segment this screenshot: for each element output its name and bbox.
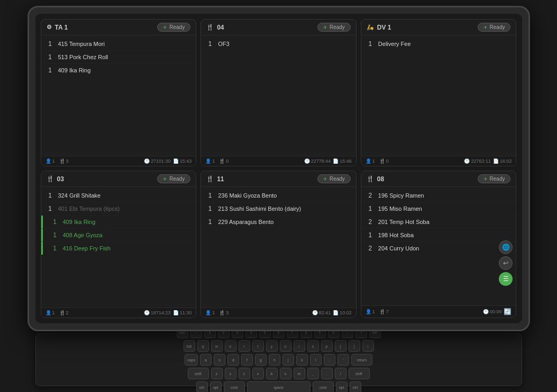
key-;[interactable]: ;: [324, 354, 335, 366]
key-\[interactable]: \: [362, 340, 374, 352]
ready-button-ta1[interactable]: ✈Ready: [157, 23, 190, 32]
send-icon-dv1: ✈: [483, 25, 488, 30]
key-p[interactable]: p: [321, 340, 333, 352]
key-r[interactable]: r: [239, 340, 250, 352]
item-qty-ta1-0: 1: [47, 40, 54, 48]
key-shift[interactable]: shift: [188, 368, 209, 379]
key-opt[interactable]: opt: [336, 381, 348, 392]
item-name-t11-1: 213 Sushi Sashimi Bento (dairy): [218, 206, 351, 212]
key-y[interactable]: y: [266, 340, 278, 352]
key-f[interactable]: f: [241, 354, 253, 366]
key-q[interactable]: q: [197, 340, 209, 352]
key-.[interactable]: .: [321, 368, 333, 379]
key-x[interactable]: x: [225, 368, 236, 379]
key-,[interactable]: ,: [307, 368, 319, 379]
card-items-t08: 2196 Spicy Ramen1195 Miso Ramen2201 Temp…: [361, 187, 516, 305]
key-caps[interactable]: caps: [185, 354, 198, 366]
key-cmd[interactable]: cmd: [224, 381, 245, 392]
card-header-t04: 🍴04✈Ready: [201, 20, 356, 35]
time1-ta1: 27101:30: [151, 158, 171, 164]
time1-t11: 82:41: [319, 310, 331, 315]
time1-t04: 22778:44: [311, 158, 331, 164]
key-s[interactable]: s: [214, 354, 225, 366]
undo-icon-t08[interactable]: ↩: [499, 256, 513, 270]
footer-right-ta1: 🕐27101:30📄15:43: [144, 158, 191, 164]
card-items-dv1: 1Delivery Fee: [361, 35, 516, 156]
item-name-ta1-2: 409 Ika Ring: [58, 67, 191, 73]
cover-count-ta1: 3: [66, 158, 69, 164]
key-return[interactable]: return: [351, 354, 372, 366]
ready-button-t11[interactable]: ✈Ready: [317, 174, 351, 183]
card-title-text-dv1: DV 1: [377, 24, 391, 31]
key-v[interactable]: v: [252, 368, 264, 379]
key-ctrl[interactable]: ctrl: [196, 381, 208, 392]
card-header-ta1: ⚙TA 1✈Ready: [41, 20, 196, 35]
ready-button-t03[interactable]: ✈Ready: [157, 174, 190, 183]
card-items-t04: 1OF3: [201, 35, 356, 156]
key-o[interactable]: o: [307, 340, 319, 352]
ready-button-t08[interactable]: ✈Ready: [478, 174, 511, 183]
key-n[interactable]: n: [280, 368, 291, 379]
card-title-text-t03: 03: [57, 175, 64, 183]
ready-button-t04[interactable]: ✈Ready: [317, 23, 351, 32]
key-space[interactable]: space: [247, 381, 311, 392]
key-l[interactable]: l: [310, 354, 322, 366]
item-qty-t03-0: 1: [47, 192, 54, 199]
key-shift[interactable]: shift: [349, 368, 370, 379]
item-name-ta1-0: 415 Tempura Mori: [58, 41, 191, 47]
time2-t03: 11:30: [180, 310, 192, 315]
key-m[interactable]: m: [294, 368, 305, 379]
key-j[interactable]: j: [282, 354, 294, 366]
key-'[interactable]: ': [337, 354, 349, 366]
item-row-t08-0: 2196 Spicy Ramen: [361, 189, 516, 202]
key-h[interactable]: h: [269, 354, 280, 366]
ready-label-t08: Ready: [490, 176, 505, 182]
footer-left-dv1: 👤1🍴0: [366, 158, 389, 164]
item-name-t03-2: 409 Ika Ring: [63, 219, 191, 225]
key-t[interactable]: t: [252, 340, 264, 352]
person-icon-t03: 👤: [45, 310, 51, 315]
key-][interactable]: ]: [349, 340, 360, 352]
key-c[interactable]: c: [239, 368, 250, 379]
key-z[interactable]: z: [211, 368, 223, 379]
refresh-icon-t08[interactable]: 🔄: [504, 308, 512, 315]
ready-label-dv1: Ready: [490, 24, 505, 30]
item-name-t08-3: 198 Hot Soba: [378, 232, 511, 238]
key-opt[interactable]: opt: [210, 381, 222, 392]
item-qty-t03-3: 1: [51, 231, 59, 239]
key-i[interactable]: i: [294, 340, 305, 352]
time-stat-dv1: 🕐22762:11: [464, 158, 491, 164]
key-tab[interactable]: tab: [184, 340, 195, 352]
item-qty-t03-2: 1: [51, 218, 59, 226]
key-b[interactable]: b: [266, 368, 278, 379]
key-e[interactable]: e: [225, 340, 236, 352]
footer-right-t11: 🕐82:41📄10:02: [312, 310, 352, 315]
keyboard-row-2: capsasdfghjkl;'return: [185, 354, 372, 366]
key-cmd[interactable]: cmd: [313, 381, 334, 392]
list-icon-t08[interactable]: ☰: [499, 272, 513, 286]
key-w[interactable]: w: [211, 340, 223, 352]
key-a[interactable]: a: [200, 354, 212, 366]
item-row-t03-3: 1408 Age Gyoza: [41, 229, 196, 242]
card-items-t11: 1236 Maki Gyoza Bento1213 Sushi Sashimi …: [201, 187, 356, 307]
key-d[interactable]: d: [227, 354, 239, 366]
guest-count-t03: 1: [52, 310, 55, 315]
guest-count-t04: 1: [212, 158, 215, 164]
key-ctrl[interactable]: ctrl: [350, 381, 361, 392]
key-g[interactable]: g: [255, 354, 267, 366]
item-row-ta1-2: 1409 Ika Ring: [41, 64, 196, 77]
item-row-t11-1: 1213 Sushi Sashimi Bento (dairy): [201, 202, 356, 216]
key-/[interactable]: /: [335, 368, 346, 379]
item-qty-t11-0: 1: [206, 192, 214, 199]
key-k[interactable]: k: [296, 354, 308, 366]
card-icon-t08: 🍴: [367, 175, 374, 182]
cover-stat-t04: 🍴0: [219, 158, 229, 164]
doc-stat-dv1: 📄16:02: [493, 158, 512, 164]
key-u[interactable]: u: [280, 340, 291, 352]
ready-button-dv1[interactable]: ✈Ready: [478, 23, 511, 32]
key-[[interactable]: [: [335, 340, 346, 352]
time1-t08: 00:09: [490, 309, 502, 314]
globe-icon-t08[interactable]: 🌐: [499, 240, 513, 254]
cover-stat-ta1: 🍴3: [59, 158, 69, 164]
item-name-t04-0: OF3: [218, 41, 351, 47]
